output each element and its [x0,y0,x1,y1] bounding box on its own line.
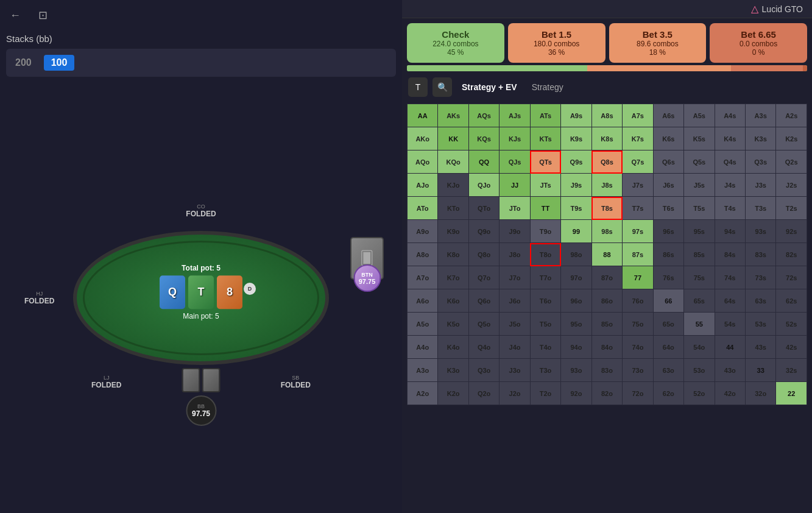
grid-cell-43o[interactable]: 43o [715,359,745,382]
grid-cell-a8o[interactable]: A8o [408,243,438,266]
grid-cell-k4o[interactable]: K4o [438,336,468,359]
grid-cell-q5o[interactable]: Q5o [468,313,499,336]
grid-cell-k7s[interactable]: K7s [623,127,653,150]
grid-cell-q2s[interactable]: Q2s [776,150,807,174]
grid-cell-a6o[interactable]: A6o [408,289,438,313]
grid-cell-ako[interactable]: AKo [408,127,438,150]
grid-cell-65s[interactable]: 65s [684,289,715,313]
grid-cell-a2s[interactable]: A2s [776,104,807,127]
grid-cell-t3o[interactable]: T3o [530,359,560,382]
grid-cell-qto[interactable]: QTo [468,197,499,220]
grid-cell-j4s[interactable]: J4s [715,174,745,197]
grid-cell-a4s[interactable]: A4s [715,104,745,127]
text-view-button[interactable]: T [408,77,428,97]
grid-cell-a2o[interactable]: A2o [408,382,438,405]
grid-cell-72o[interactable]: 72o [623,382,653,405]
grid-cell-t4o[interactable]: T4o [530,336,560,359]
grid-cell-k4s[interactable]: K4s [715,127,745,150]
grid-cell-85o[interactable]: 85o [591,313,622,336]
grid-cell-53s[interactable]: 53s [745,313,775,336]
grid-cell-k9o[interactable]: K9o [438,220,468,243]
bet15-button[interactable]: Bet 1.5 180.0 combos 36 % [508,23,605,63]
grid-cell-q8s[interactable]: Q8s [591,150,622,174]
grid-cell-aa[interactable]: AA [408,104,438,127]
grid-cell-64s[interactable]: 64s [715,289,745,313]
grid-cell-k7o[interactable]: K7o [438,266,468,289]
grid-cell-55[interactable]: 55 [684,313,715,336]
bet35-button[interactable]: Bet 3.5 89.6 combos 18 % [609,23,707,63]
search-view-button[interactable]: 🔍 [432,77,452,97]
grid-cell-j4o[interactable]: J4o [500,336,530,359]
grid-cell-ats[interactable]: ATs [530,104,560,127]
grid-cell-a5s[interactable]: A5s [684,104,715,127]
grid-cell-qjs[interactable]: QJs [500,150,530,174]
grid-cell-ato[interactable]: ATo [408,197,438,220]
grid-cell-98o[interactable]: 98o [561,243,591,266]
grid-cell-62s[interactable]: 62s [776,289,807,313]
grid-cell-k6o[interactable]: K6o [438,289,468,313]
grid-cell-q6o[interactable]: Q6o [468,289,499,313]
grid-cell-t9s[interactable]: T9s [561,197,591,220]
grid-cell-96o[interactable]: 96o [561,289,591,313]
grid-cell-q8o[interactable]: Q8o [468,243,499,266]
grid-cell-q7o[interactable]: Q7o [468,266,499,289]
grid-cell-j6s[interactable]: J6s [653,174,683,197]
grid-cell-62o[interactable]: 62o [653,382,683,405]
grid-cell-k2s[interactable]: K2s [776,127,807,150]
grid-cell-k3s[interactable]: K3s [745,127,775,150]
grid-cell-75o[interactable]: 75o [623,313,653,336]
grid-cell-83o[interactable]: 83o [591,359,622,382]
grid-cell-65o[interactable]: 65o [653,313,683,336]
grid-cell-92o[interactable]: 92o [561,382,591,405]
grid-cell-q7s[interactable]: Q7s [623,150,653,174]
grid-cell-t2s[interactable]: T2s [776,197,807,220]
grid-cell-a9o[interactable]: A9o [408,220,438,243]
grid-cell-q4s[interactable]: Q4s [715,150,745,174]
grid-cell-t5s[interactable]: T5s [684,197,715,220]
grid-cell-j3s[interactable]: J3s [745,174,775,197]
grid-cell-22[interactable]: 22 [776,382,807,405]
grid-cell-kts[interactable]: KTs [530,127,560,150]
strategy-ev-button[interactable]: Strategy + EV [457,80,522,94]
grid-cell-j7s[interactable]: J7s [623,174,653,197]
grid-cell-42o[interactable]: 42o [715,382,745,405]
grid-cell-k6s[interactable]: K6s [653,127,683,150]
grid-cell-52o[interactable]: 52o [684,382,715,405]
grid-cell-76s[interactable]: 76s [653,266,683,289]
grid-cell-j9o[interactable]: J9o [500,220,530,243]
grid-cell-ajo[interactable]: AJo [408,174,438,197]
grid-cell-t5o[interactable]: T5o [530,313,560,336]
grid-cell-j5s[interactable]: J5s [684,174,715,197]
grid-cell-aqo[interactable]: AQo [408,150,438,174]
grid-cell-a3s[interactable]: A3s [745,104,775,127]
grid-cell-kjs[interactable]: KJs [500,127,530,150]
grid-cell-44[interactable]: 44 [715,336,745,359]
grid-cell-97o[interactable]: 97o [561,266,591,289]
bet665-button[interactable]: Bet 6.65 0.0 combos 0 % [710,23,807,63]
grid-cell-kqo[interactable]: KQo [438,150,468,174]
grid-cell-32s[interactable]: 32s [776,359,807,382]
grid-cell-jto[interactable]: JTo [500,197,530,220]
grid-cell-93s[interactable]: 93s [745,220,775,243]
grid-cell-84s[interactable]: 84s [715,243,745,266]
grid-cell-qts[interactable]: QTs [530,150,560,174]
grid-cell-kto[interactable]: KTo [438,197,468,220]
grid-cell-qq[interactable]: QQ [468,150,499,174]
grid-cell-52s[interactable]: 52s [776,313,807,336]
grid-cell-82s[interactable]: 82s [776,243,807,266]
grid-cell-a9s[interactable]: A9s [561,104,591,127]
grid-cell-83s[interactable]: 83s [745,243,775,266]
grid-cell-j6o[interactable]: J6o [500,289,530,313]
grid-cell-73s[interactable]: 73s [745,266,775,289]
grid-cell-t9o[interactable]: T9o [530,220,560,243]
grid-cell-95o[interactable]: 95o [561,313,591,336]
grid-cell-t6s[interactable]: T6s [653,197,683,220]
grid-cell-76o[interactable]: 76o [623,289,653,313]
grid-cell-94s[interactable]: 94s [715,220,745,243]
grid-cell-q3o[interactable]: Q3o [468,359,499,382]
grid-cell-a8s[interactable]: A8s [591,104,622,127]
stack-100[interactable]: 100 [44,55,75,71]
grid-cell-53o[interactable]: 53o [684,359,715,382]
grid-cell-t3s[interactable]: T3s [745,197,775,220]
grid-cell-92s[interactable]: 92s [776,220,807,243]
